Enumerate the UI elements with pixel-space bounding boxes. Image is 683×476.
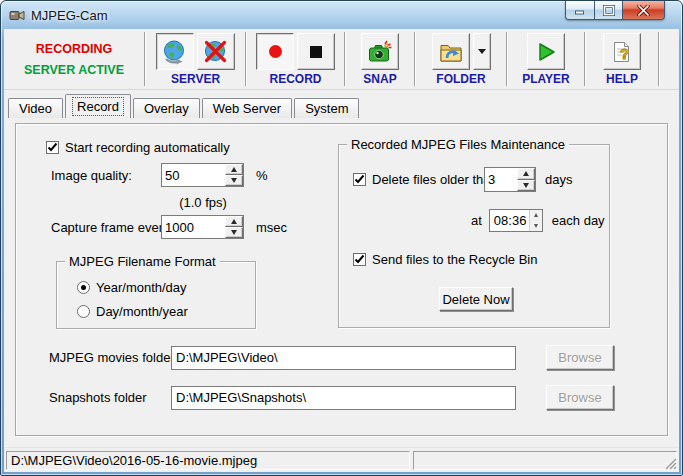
toolbar: RECORDING SERVER ACTIVE <box>4 29 679 90</box>
tab-web-server[interactable]: Web Server <box>202 98 292 118</box>
day-month-year-radio[interactable] <box>77 305 90 318</box>
image-quality-input[interactable] <box>162 164 225 186</box>
spin-up-button[interactable] <box>517 168 535 180</box>
check-icon <box>47 142 58 153</box>
spin-down-button[interactable] <box>517 180 535 192</box>
delete-days-unit: days <box>545 172 572 187</box>
delete-older-row: Delete files older than days <box>353 167 572 192</box>
minimize-icon <box>574 5 586 15</box>
start-recording-label: Start recording automatically <box>65 140 230 155</box>
snap-button[interactable] <box>361 33 399 70</box>
year-month-day-label: Year/month/day <box>96 280 187 295</box>
recycle-bin-label: Send files to the Recycle Bin <box>372 252 537 267</box>
snapshots-folder-input[interactable] <box>171 386 516 410</box>
globe-stop-icon <box>203 39 229 65</box>
recycle-bin-row: Send files to the Recycle Bin <box>353 252 537 267</box>
tab-label: Overlay <box>144 101 189 116</box>
server-status: SERVER ACTIVE <box>24 63 124 77</box>
check-icon <box>354 174 365 185</box>
start-recording-checkbox[interactable] <box>46 141 59 154</box>
tab-video[interactable]: Video <box>8 98 63 118</box>
capture-frame-spinner <box>161 215 244 239</box>
spin-down-icon <box>534 224 538 228</box>
snapshots-folder-label: Snapshots folder <box>49 390 171 405</box>
toolbar-group-folder: FOLDER <box>416 29 506 89</box>
maintenance-group: Recorded MJPEG Files Maintenance Delete … <box>338 144 610 328</box>
tab-label: System <box>305 101 348 116</box>
client-area: RECORDING SERVER ACTIVE <box>4 29 679 472</box>
status-bar-panel <box>413 451 677 470</box>
svg-text:?: ? <box>620 45 629 62</box>
delete-now-button[interactable]: Delete Now <box>439 287 513 311</box>
minimize-button[interactable] <box>565 1 595 20</box>
tab-system[interactable]: System <box>294 98 359 118</box>
maximize-button[interactable] <box>595 1 623 20</box>
stop-record-button[interactable] <box>297 33 335 70</box>
tab-overlay[interactable]: Overlay <box>133 98 200 118</box>
image-quality-label: Image quality: <box>51 168 161 183</box>
window-title: MJPEG-Cam <box>31 8 108 23</box>
resize-grip[interactable] <box>664 457 677 470</box>
each-day-label: each day <box>552 213 605 228</box>
delete-days-input[interactable] <box>485 168 517 191</box>
capture-frame-label: Capture frame every <box>51 220 161 235</box>
delete-time-picker: 08:36 <box>489 209 543 232</box>
filename-format-group: MJPEG Filename Format Year/month/day Day… <box>56 261 256 329</box>
folder-icon <box>438 39 464 65</box>
spin-down-icon <box>523 183 529 188</box>
spin-up-button[interactable] <box>225 164 243 175</box>
folder-dropdown-button[interactable] <box>473 33 491 70</box>
play-icon <box>533 39 559 65</box>
time-up-button[interactable] <box>530 210 542 221</box>
record-tab-page: Start recording automatically Image qual… <box>15 123 668 436</box>
folder-button[interactable] <box>432 33 470 70</box>
image-quality-spinner <box>161 163 244 187</box>
toolbar-group-help: ? HELP <box>586 29 658 89</box>
record-dot-icon <box>269 45 282 58</box>
delete-time-value[interactable]: 08:36 <box>490 210 529 231</box>
tab-bar: Video Record Overlay Web Server System <box>8 94 361 118</box>
spin-down-button[interactable] <box>225 227 243 238</box>
year-month-day-radio[interactable] <box>77 281 90 294</box>
delete-days-spinner <box>484 167 536 192</box>
time-down-button[interactable] <box>530 221 542 232</box>
globe-start-icon <box>162 39 188 65</box>
player-button[interactable] <box>527 33 565 70</box>
radio-row: Day/month/year <box>77 304 188 319</box>
title-bar[interactable]: MJPEG-Cam <box>1 1 682 29</box>
server-stop-button[interactable] <box>197 33 235 70</box>
fps-note: (1.0 fps) <box>161 195 245 210</box>
recycle-bin-checkbox[interactable] <box>353 253 366 266</box>
delete-older-checkbox[interactable] <box>353 173 366 186</box>
spin-up-icon <box>231 219 237 224</box>
tab-record[interactable]: Record <box>65 94 131 118</box>
spin-down-button[interactable] <box>225 175 243 186</box>
dropdown-arrow-icon <box>478 49 486 54</box>
help-button[interactable]: ? <box>603 33 641 70</box>
recording-status: RECORDING <box>36 42 112 56</box>
movies-folder-input[interactable] <box>171 346 516 370</box>
tab-label: Video <box>19 101 52 116</box>
delete-older-label: Delete files older than <box>372 172 484 187</box>
server-start-button[interactable] <box>156 33 194 70</box>
toolbar-group-server: SERVER <box>146 29 245 89</box>
capture-frame-input[interactable] <box>162 216 225 238</box>
status-bar-text: D:\MJPEG\Video\2016-05-16-movie.mjpeg <box>11 453 257 468</box>
snapshots-folder-row: Snapshots folder Browse <box>49 385 614 410</box>
caption-buttons <box>565 1 665 20</box>
record-group-label: RECORD <box>269 72 321 86</box>
status-bar-panel: D:\MJPEG\Video\2016-05-16-movie.mjpeg <box>6 451 410 470</box>
close-button[interactable] <box>623 1 665 20</box>
image-quality-unit: % <box>256 168 268 183</box>
toolbar-spacer <box>660 29 679 89</box>
check-icon <box>354 254 365 265</box>
movies-folder-label: MJPEG movies folder <box>49 350 171 365</box>
resize-grip-icon <box>664 457 677 470</box>
record-button[interactable] <box>256 33 294 70</box>
start-recording-row: Start recording automatically <box>46 140 230 155</box>
spin-up-button[interactable] <box>225 216 243 227</box>
at-label: at <box>471 213 482 228</box>
stop-square-icon <box>310 46 322 58</box>
toolbar-group-player: PLAYER <box>508 29 584 89</box>
app-icon <box>9 7 25 23</box>
